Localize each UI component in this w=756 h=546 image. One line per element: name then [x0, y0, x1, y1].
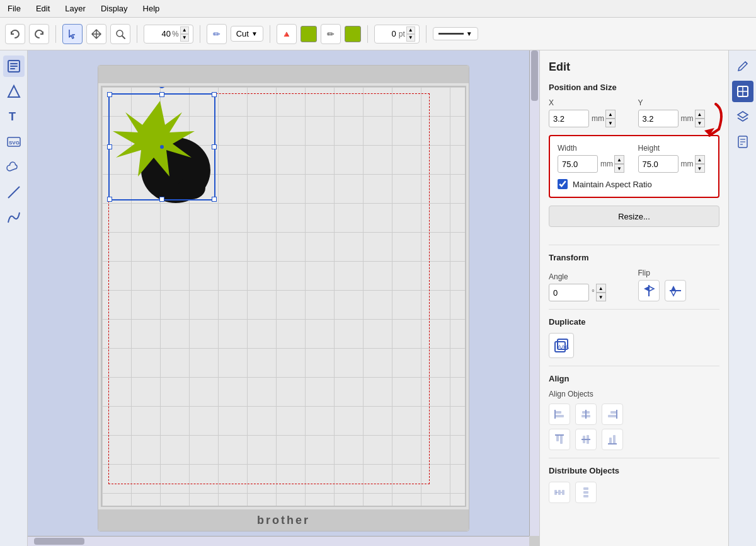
stroke-color-swatch[interactable]	[345, 26, 361, 42]
sidebar-tool-line[interactable]	[3, 182, 25, 203]
y-spinner[interactable]: ▲ ▼	[695, 110, 705, 127]
width-down[interactable]: ▼	[614, 164, 624, 173]
sidebar-tool-svg[interactable]: SVG	[3, 131, 25, 153]
align-row-1	[549, 404, 719, 425]
angle-up[interactable]: ▲	[596, 284, 606, 293]
stroke-type-btn[interactable]: ✏	[321, 24, 341, 44]
align-center-h-button[interactable]	[575, 404, 597, 425]
far-right-panel	[728, 50, 756, 546]
horizontal-scrollbar[interactable]	[28, 536, 529, 546]
stroke-width-input[interactable]: 0	[379, 29, 396, 38]
sidebar-tool-curve[interactable]	[3, 207, 25, 228]
menu-help[interactable]: Help	[140, 3, 163, 15]
pan-tool[interactable]	[86, 24, 106, 44]
paper-content[interactable]	[101, 86, 466, 507]
align-right-button[interactable]	[602, 404, 623, 425]
far-right-edit-tool[interactable]	[732, 55, 753, 77]
fill-type-btn[interactable]: 🔺	[277, 24, 297, 44]
toolbar-sep-6	[426, 25, 427, 43]
sidebar-tool-shapes[interactable]	[3, 81, 25, 102]
x-input[interactable]	[549, 110, 589, 127]
angle-down[interactable]: ▼	[596, 293, 606, 301]
canvas-scroll[interactable]: brother	[28, 50, 539, 546]
zoom-spinner[interactable]: ▲ ▼	[180, 26, 189, 42]
far-right-page-tool[interactable]	[732, 131, 753, 153]
stroke-up[interactable]: ▲	[406, 26, 415, 34]
flip-vertical-button[interactable]	[665, 280, 686, 301]
width-input[interactable]	[558, 155, 598, 173]
zoom-up[interactable]: ▲	[180, 26, 189, 34]
angle-group: Angle ° ▲ ▼	[549, 272, 631, 301]
handle-mr[interactable]	[212, 144, 217, 149]
svg-rect-25	[555, 411, 561, 414]
stroke-down[interactable]: ▼	[406, 34, 415, 42]
redo-button[interactable]	[29, 24, 49, 44]
handle-br[interactable]	[212, 197, 217, 202]
select-tool[interactable]	[62, 24, 83, 44]
horizontal-scroll-thumb[interactable]	[34, 538, 84, 545]
sidebar-tool-pages[interactable]	[3, 55, 25, 77]
height-label: Height	[638, 144, 711, 153]
x-down[interactable]: ▼	[605, 119, 616, 127]
svg-rect-26	[555, 415, 564, 417]
maintain-aspect-label: Maintain Aspect Ratio	[573, 180, 652, 189]
height-down[interactable]: ▼	[695, 164, 705, 173]
angle-input[interactable]	[549, 284, 589, 301]
handle-bc[interactable]	[159, 197, 164, 202]
zoom-down[interactable]: ▼	[180, 34, 189, 42]
zoom-input[interactable]: 40	[148, 29, 171, 38]
sidebar-tool-cloud[interactable]	[3, 156, 25, 178]
line-style-dropdown[interactable]: ▼	[433, 27, 478, 40]
handle-bl[interactable]	[107, 197, 112, 202]
handle-tc[interactable]	[159, 92, 164, 97]
resize-button[interactable]: Resize...	[549, 206, 719, 227]
toolbar-sep-3	[200, 25, 200, 43]
menu-layer[interactable]: Layer	[62, 3, 88, 15]
menu-display[interactable]: Display	[98, 3, 130, 15]
y-up[interactable]: ▲	[695, 110, 705, 119]
align-bottom-button[interactable]	[602, 429, 623, 450]
far-right-position-tool[interactable]	[732, 81, 753, 102]
far-right-layers-tool[interactable]	[732, 106, 753, 127]
height-up[interactable]: ▲	[695, 155, 705, 164]
distribute-title: Distribute Objects	[549, 466, 719, 475]
draw-tool[interactable]: ✏	[207, 24, 227, 44]
cut-dropdown[interactable]: Cut ▼	[231, 26, 263, 42]
stroke-spinner[interactable]: ▲ ▼	[406, 26, 415, 42]
handle-tr[interactable]	[212, 92, 217, 97]
angle-spinner[interactable]: ▲ ▼	[596, 284, 606, 301]
y-input[interactable]	[638, 110, 679, 127]
cut-chevron: ▼	[251, 30, 258, 37]
align-top-button[interactable]	[549, 429, 570, 450]
paper-container: brother	[98, 65, 469, 531]
vertical-scroll-thumb[interactable]	[531, 50, 538, 101]
width-spinner[interactable]: ▲ ▼	[614, 155, 624, 173]
undo-button[interactable]	[5, 24, 25, 44]
vertical-scrollbar[interactable]	[529, 50, 539, 536]
x-spinner[interactable]: ▲ ▼	[605, 110, 616, 127]
align-center-v-button[interactable]	[575, 429, 597, 450]
paper: brother	[98, 65, 469, 531]
distribute-h-button[interactable]	[549, 482, 570, 503]
fill-color-swatch[interactable]	[301, 26, 317, 42]
x-up[interactable]: ▲	[605, 110, 616, 119]
svg-rect-37	[583, 436, 585, 443]
align-left-button[interactable]	[549, 404, 570, 425]
handle-ml[interactable]	[107, 144, 112, 149]
distribute-v-button[interactable]	[575, 482, 597, 503]
maintain-aspect-checkbox[interactable]	[558, 179, 568, 189]
toolbar-sep-5	[367, 25, 368, 43]
flip-group: Flip	[638, 269, 720, 301]
width-input-row: mm ▲ ▼	[558, 155, 631, 173]
flip-horizontal-button[interactable]	[638, 280, 660, 301]
sidebar-tool-text[interactable]: T	[3, 106, 25, 127]
zoom-tool[interactable]	[110, 24, 130, 44]
menu-edit[interactable]: Edit	[33, 3, 52, 15]
duplicate-button[interactable]: AAA	[549, 333, 574, 358]
y-down[interactable]: ▼	[695, 119, 705, 127]
menu-file[interactable]: File	[5, 3, 23, 15]
width-up[interactable]: ▲	[614, 155, 624, 164]
height-spinner[interactable]: ▲ ▼	[695, 155, 705, 173]
height-input[interactable]	[638, 155, 679, 173]
handle-tl[interactable]	[107, 92, 112, 97]
